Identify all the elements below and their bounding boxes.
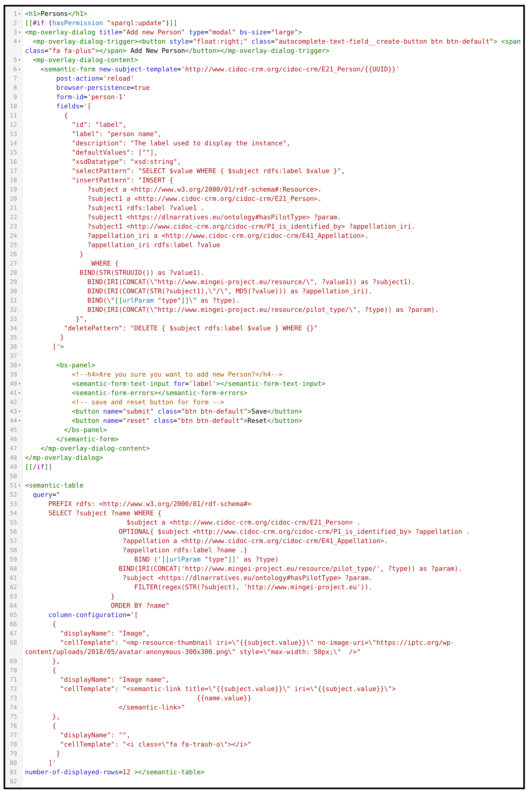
code-token: ></semantic-table> bbox=[134, 768, 204, 776]
code-line: 79 } bbox=[5, 749, 523, 758]
line-gutter: 68 bbox=[5, 638, 23, 647]
code-token: ) bbox=[166, 19, 169, 26]
code-line: 3▾<mp-overlay-dialog title="Add new Pers… bbox=[5, 28, 523, 37]
code-token: <button bbox=[72, 417, 99, 424]
code-editor-content[interactable]: 1▾<h1>Persons</h1>2[[#if (hasPermission … bbox=[5, 6, 523, 786]
code-line: 61 ?subject <https://dlnarratives.eu/ont… bbox=[5, 573, 523, 582]
line-gutter: 13 bbox=[5, 129, 23, 139]
code-token: <h1> bbox=[25, 10, 40, 17]
line-gutter: 77 bbox=[5, 730, 23, 740]
code-token: = bbox=[185, 380, 189, 387]
code-text: <mp-overlay-dialog-trigger><button style… bbox=[23, 37, 523, 46]
code-token: Save bbox=[251, 407, 267, 415]
code-line: 80 ]' bbox=[5, 758, 523, 767]
code-token: "label": "person name", bbox=[25, 130, 162, 138]
code-line: 73 {{name.value}} bbox=[5, 693, 523, 703]
code-token: form-id bbox=[25, 93, 83, 101]
line-number: 40 bbox=[10, 379, 17, 388]
code-line: 56 OPTIONAL{ $subject <http://www.cidoc-… bbox=[5, 527, 523, 536]
line-number: 22 bbox=[10, 213, 17, 222]
code-token: Persons bbox=[40, 10, 68, 17]
fold-arrow-icon[interactable]: ▾ bbox=[17, 407, 22, 416]
code-line: 63 } bbox=[5, 592, 523, 601]
line-number: 75 bbox=[10, 712, 17, 721]
code-token: "sparql:update" bbox=[107, 19, 166, 26]
code-token: [[ bbox=[25, 463, 33, 471]
code-text: {{name.value}} bbox=[23, 693, 523, 703]
fold-arrow-icon[interactable]: ▾ bbox=[17, 388, 22, 398]
line-gutter: 73 bbox=[5, 693, 23, 703]
fold-arrow-icon[interactable]: ▾ bbox=[17, 65, 22, 74]
code-text: WHERE { bbox=[23, 259, 523, 268]
code-token: "autocomplete-text-field__create-button … bbox=[275, 38, 493, 45]
line-number: 30 bbox=[10, 287, 17, 296]
code-line: 70 { bbox=[5, 666, 523, 675]
line-gutter: 20 bbox=[5, 194, 23, 203]
code-text: </bs-panel> bbox=[23, 425, 523, 435]
code-line: 48</mp-overlay-dialog> bbox=[5, 453, 523, 462]
fold-arrow-icon[interactable]: ▾ bbox=[17, 37, 22, 46]
fold-arrow-icon[interactable]: ▾ bbox=[17, 379, 22, 388]
line-gutter: 48 bbox=[5, 453, 23, 462]
code-token: column-configuration bbox=[25, 611, 127, 618]
code-line: 26 } bbox=[5, 250, 523, 259]
code-text: BIND(\"[[urlParam "type"]]\" as ?type). bbox=[23, 296, 523, 305]
code-line: 33 }", bbox=[5, 314, 523, 324]
fold-arrow-icon[interactable]: ▾ bbox=[17, 9, 22, 18]
code-token bbox=[25, 56, 33, 64]
code-token: <semantic-table bbox=[25, 482, 83, 489]
line-number: 48 bbox=[10, 453, 17, 462]
line-gutter: 81 bbox=[5, 767, 23, 777]
line-number: 6 bbox=[14, 65, 17, 74]
line-number: 62 bbox=[10, 582, 17, 592]
code-line: 52 query=" bbox=[5, 490, 523, 499]
code-token: BIND (' bbox=[25, 556, 162, 563]
code-line: 12 "id": "label", bbox=[5, 120, 523, 129]
code-token: = bbox=[189, 38, 193, 45]
line-gutter: 54 bbox=[5, 508, 23, 518]
line-number: 47 bbox=[10, 444, 17, 453]
code-token: <span bbox=[501, 38, 521, 45]
code-token: = bbox=[205, 29, 208, 36]
code-text: ORDER BY ?name" bbox=[23, 601, 523, 610]
code-line: 7 post-action='reload' bbox=[5, 74, 523, 83]
line-gutter: 9 bbox=[5, 92, 23, 102]
code-text: <h1>Persons</h1> bbox=[23, 9, 523, 18]
fold-arrow-icon[interactable]: ▾ bbox=[17, 481, 22, 490]
line-gutter: 18 bbox=[5, 176, 23, 185]
line-gutter: 25 bbox=[5, 240, 23, 250]
code-line: 39 <!--h4>Are you sure you want to add n… bbox=[5, 370, 523, 379]
fold-arrow-icon[interactable]: ▾ bbox=[17, 416, 22, 425]
code-text: BIND(IRI(CONCAT(STR(?subject1),\"/\", MD… bbox=[23, 287, 523, 296]
fold-arrow-icon[interactable]: ▾ bbox=[17, 28, 22, 37]
line-gutter: 62 bbox=[5, 582, 23, 592]
code-token: ]] bbox=[181, 296, 189, 304]
fold-arrow-icon[interactable]: ▾ bbox=[17, 55, 22, 65]
line-number: 49 bbox=[10, 462, 17, 472]
line-gutter: 27 bbox=[5, 259, 23, 268]
line-number: 63 bbox=[10, 592, 17, 601]
code-text: content/uploads/2018/05/avatar-anonymous… bbox=[23, 647, 523, 656]
code-text: ]' bbox=[23, 758, 523, 767]
code-token: { bbox=[25, 620, 56, 628]
line-gutter: 76 bbox=[5, 721, 23, 730]
line-number: 43 bbox=[10, 407, 17, 416]
code-token bbox=[154, 296, 158, 304]
code-token: BIND(IRI(CONCAT(\"http://www.mingei-proj… bbox=[25, 306, 439, 313]
line-number: 23 bbox=[10, 222, 17, 231]
code-text: </mp-overlay-dialog> bbox=[23, 453, 523, 462]
fold-arrow-icon[interactable]: ▾ bbox=[17, 361, 22, 370]
code-token: ?subject <https://dlnarratives.eu/ontolo… bbox=[25, 574, 372, 581]
code-editor[interactable]: 1▾<h1>Persons</h1>2[[#if (hasPermission … bbox=[4, 5, 525, 789]
code-token bbox=[25, 417, 72, 424]
code-text: "xsdDatatype": "xsd:string", bbox=[23, 157, 523, 166]
code-token bbox=[25, 407, 72, 415]
code-text: ?subject1 <http://www.cidoc-crm.org/cido… bbox=[23, 222, 523, 231]
code-text: "displayName": "Image", bbox=[23, 629, 523, 638]
code-line: 51▾<semantic-table bbox=[5, 481, 523, 490]
code-text: fields='[ bbox=[23, 102, 523, 111]
code-token: [[ bbox=[115, 296, 122, 304]
code-line: 37 bbox=[5, 351, 523, 361]
line-number: 24 bbox=[10, 231, 17, 240]
code-token: "selectPattern": "SELECT $value WHERE { … bbox=[25, 167, 345, 175]
